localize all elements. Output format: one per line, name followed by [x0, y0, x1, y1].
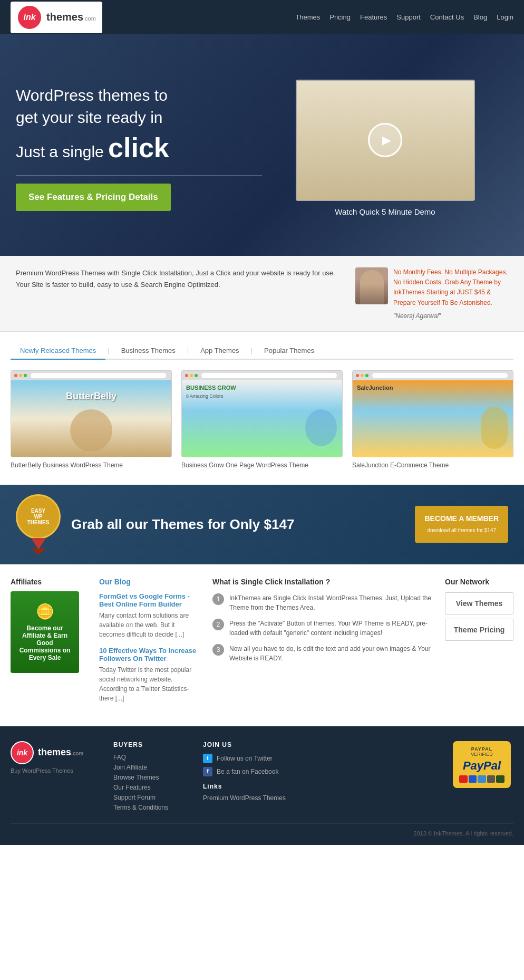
promo-text: Grab all our Themes for Only $147: [71, 516, 404, 533]
step-3-num: 3: [212, 644, 224, 656]
demo-screen[interactable]: ▶: [296, 80, 475, 201]
hero-left: WordPress themes to get your site ready …: [16, 84, 262, 211]
hero-right: ▶ Watch Quick 5 Minute Demo: [262, 80, 508, 216]
promo-banner: EASY WP THEMES Grab all our Themes for O…: [0, 485, 524, 564]
logo[interactable]: ink themes.com: [11, 2, 102, 33]
footer-tagline: Buy WordPress Themes: [11, 767, 98, 774]
theme-title-3: SaleJunction E-Commerce Theme: [352, 462, 513, 469]
hero-headline: WordPress themes to get your site ready …: [16, 84, 262, 167]
nav-login[interactable]: Login: [497, 13, 513, 21]
theme-card-1[interactable]: ButterBelly ButterBelly Business WordPre…: [11, 370, 172, 469]
main-nav: Themes Pricing Features Support Contact …: [295, 13, 513, 21]
tab-business[interactable]: Business Themes: [112, 342, 185, 359]
theme-title-2: Business Grow One Page WordPress Theme: [181, 462, 343, 469]
features-description: Premium WordPress Themes with Single Cli…: [16, 267, 345, 320]
links-heading: Links: [203, 783, 293, 790]
footer-top: ink themes.com Buy WordPress Themes BUYE…: [11, 741, 513, 814]
tab-popular[interactable]: Popular Themes: [255, 342, 324, 359]
payment-cards: [459, 775, 504, 783]
bottom-sections: Affiliates 🪙 Become our Affiliate & Earn…: [0, 564, 524, 726]
header: ink themes.com Themes Pricing Features S…: [0, 0, 524, 34]
tabs-bar: Newly Released Themes | Business Themes …: [11, 342, 513, 360]
footer-logo: ink themes.com Buy WordPress Themes: [11, 741, 98, 774]
network-column: Our Network View Themes Theme Pricing: [445, 578, 513, 710]
single-click-column: What is Single Click Installation ? 1 In…: [212, 578, 434, 710]
blog-post-1: FormGet vs Google Forms - Best Online Fo…: [99, 592, 202, 639]
easy-wp-badge: EASY WP THEMES: [16, 494, 61, 555]
blog-post-2-title[interactable]: 10 Effective Ways To Increase Followers …: [99, 647, 202, 662]
step-2: 2 Press the "Activate" Button of themes.…: [212, 619, 434, 638]
copyright: 2013 © InkThemes. All rights reserved.: [413, 830, 513, 837]
twitter-link[interactable]: t Follow us on Twitter: [203, 754, 293, 763]
nav-support[interactable]: Support: [396, 13, 421, 21]
play-button[interactable]: ▶: [368, 123, 402, 157]
footer: ink themes.com Buy WordPress Themes BUYE…: [0, 726, 524, 845]
testimonial-text: No Monthly Fees, No Multiple Packages, N…: [393, 267, 508, 308]
theme-title-1: ButterBelly Business WordPress Theme: [11, 462, 172, 469]
hero-section: WordPress themes to get your site ready …: [0, 34, 524, 256]
theme-img-1: ButterBelly: [11, 370, 172, 457]
nav-features[interactable]: Features: [360, 13, 387, 21]
theme-card-2[interactable]: BUSINESS GROW 8 Amazing Colors Business …: [181, 370, 343, 469]
join-us-heading: JOIN US: [203, 741, 293, 748]
footer-faq[interactable]: FAQ: [113, 754, 187, 761]
twitter-icon: t: [203, 754, 212, 763]
testimonial: No Monthly Fees, No Multiple Packages, N…: [355, 267, 508, 320]
step-2-num: 2: [212, 619, 224, 630]
step-2-text: Press the "Activate" Button of themes. Y…: [229, 619, 434, 638]
nav-contact[interactable]: Contact Us: [430, 13, 464, 21]
network-heading: Our Network: [445, 578, 513, 586]
tab-app[interactable]: App Themes: [191, 342, 248, 359]
blog-post-1-excerpt: Many contact form solutions are availabl…: [99, 611, 202, 639]
blog-post-2: 10 Effective Ways To Increase Followers …: [99, 647, 202, 703]
step-1-text: InkThemes are Single Click Install WordP…: [229, 593, 434, 612]
nav-pricing[interactable]: Pricing: [329, 13, 351, 21]
affiliates-column: Affiliates 🪙 Become our Affiliate & Earn…: [11, 578, 89, 710]
footer-bottom: 2013 © InkThemes. All rights reserved.: [11, 823, 513, 837]
blog-post-1-title[interactable]: FormGet vs Google Forms - Best Online Fo…: [99, 592, 202, 608]
footer-support[interactable]: Support Forum: [113, 794, 187, 801]
footer-browse-themes[interactable]: Browse Themes: [113, 774, 187, 781]
play-icon: ▶: [382, 133, 391, 147]
step-3: 3 Now all you have to do, is edit the te…: [212, 644, 434, 663]
footer-premium-themes[interactable]: Premium WordPress Themes: [203, 794, 293, 802]
member-btn-sub: download all themes for $147: [427, 527, 496, 533]
blog-column: Our Blog FormGet vs Google Forms - Best …: [99, 578, 202, 710]
step-3-text: Now all you have to do, is edit the text…: [229, 644, 434, 663]
footer-logo-circle: ink: [11, 741, 34, 764]
buyers-heading: BUYERS: [113, 741, 187, 748]
paypal-section: PAYPAL VERIFIED PayPal: [450, 741, 513, 788]
testimonial-name: "Neeraj Agarwal": [393, 312, 508, 320]
theme-img-3: SaleJunction: [352, 370, 513, 457]
footer-terms[interactable]: Terms & Conditions: [113, 804, 187, 811]
logo-circle: ink: [17, 5, 42, 30]
avatar: [355, 267, 388, 304]
coins-icon: 🪙: [36, 603, 54, 620]
step-1: 1 InkThemes are Single Click Install Wor…: [212, 593, 434, 612]
nav-themes[interactable]: Themes: [295, 13, 320, 21]
become-member-button[interactable]: BECOME A MEMBER download all themes for …: [415, 506, 508, 543]
cta-button[interactable]: See Features & Pricing Details: [16, 184, 171, 211]
footer-join-affiliate[interactable]: Join Affiliate: [113, 764, 187, 771]
facebook-link[interactable]: f Be a fan on Facebook: [203, 767, 293, 776]
view-themes-button[interactable]: View Themes: [445, 592, 513, 614]
tab-newly-released[interactable]: Newly Released Themes: [11, 342, 105, 360]
paypal-badge: PAYPAL VERIFIED PayPal: [453, 741, 511, 788]
facebook-icon: f: [203, 767, 212, 776]
theme-pricing-button[interactable]: Theme Pricing: [445, 619, 513, 641]
affiliate-tagline: Become our Affiliate & Earn Good Commiss…: [16, 624, 74, 661]
footer-features[interactable]: Our Features: [113, 784, 187, 791]
themes-section: Newly Released Themes | Business Themes …: [0, 332, 524, 485]
features-bar: Premium WordPress Themes with Single Cli…: [0, 256, 524, 332]
affiliate-image[interactable]: 🪙 Become our Affiliate & Earn Good Commi…: [11, 591, 79, 673]
tab-divider-1: |: [105, 342, 111, 359]
blog-heading: Our Blog: [99, 578, 202, 586]
footer-buyers: BUYERS FAQ Join Affiliate Browse Themes …: [113, 741, 187, 814]
single-click-heading: What is Single Click Installation ?: [212, 578, 434, 586]
logo-text: themes.com: [46, 11, 96, 23]
theme-card-3[interactable]: SaleJunction SaleJunction E-Commerce The…: [352, 370, 513, 469]
nav-blog[interactable]: Blog: [473, 13, 487, 21]
affiliates-heading: Affiliates: [11, 578, 89, 586]
paypal-logo: PayPal: [459, 759, 504, 773]
demo-label: Watch Quick 5 Minute Demo: [335, 207, 435, 216]
